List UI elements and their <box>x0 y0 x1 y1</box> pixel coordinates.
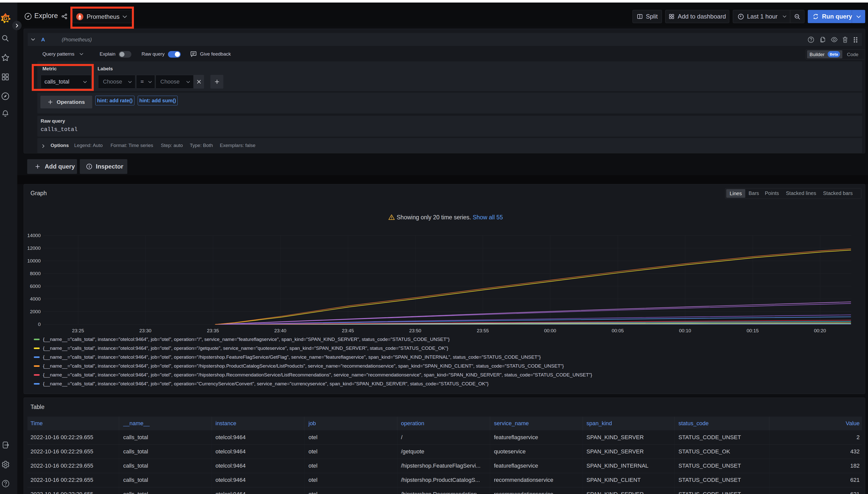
svg-text:23:50: 23:50 <box>409 328 421 333</box>
svg-text:00:15: 00:15 <box>746 328 759 333</box>
svg-text:0: 0 <box>38 322 41 327</box>
svg-text:23:25: 23:25 <box>72 328 84 333</box>
svg-text:00:05: 00:05 <box>612 328 624 333</box>
svg-text:00:10: 00:10 <box>679 328 691 333</box>
svg-text:23:55: 23:55 <box>477 328 489 333</box>
svg-text:00:20: 00:20 <box>814 328 826 333</box>
svg-text:8000: 8000 <box>30 271 41 276</box>
svg-text:23:30: 23:30 <box>139 328 151 333</box>
svg-text:14000: 14000 <box>27 233 41 238</box>
svg-text:23:35: 23:35 <box>207 328 219 333</box>
svg-text:12000: 12000 <box>27 246 41 251</box>
svg-text:4000: 4000 <box>30 296 41 302</box>
svg-text:23:40: 23:40 <box>274 328 286 333</box>
svg-text:23:45: 23:45 <box>342 328 354 333</box>
svg-text:00:00: 00:00 <box>544 328 556 333</box>
svg-text:6000: 6000 <box>30 284 41 289</box>
svg-text:10000: 10000 <box>27 258 41 264</box>
svg-text:2000: 2000 <box>30 309 41 314</box>
